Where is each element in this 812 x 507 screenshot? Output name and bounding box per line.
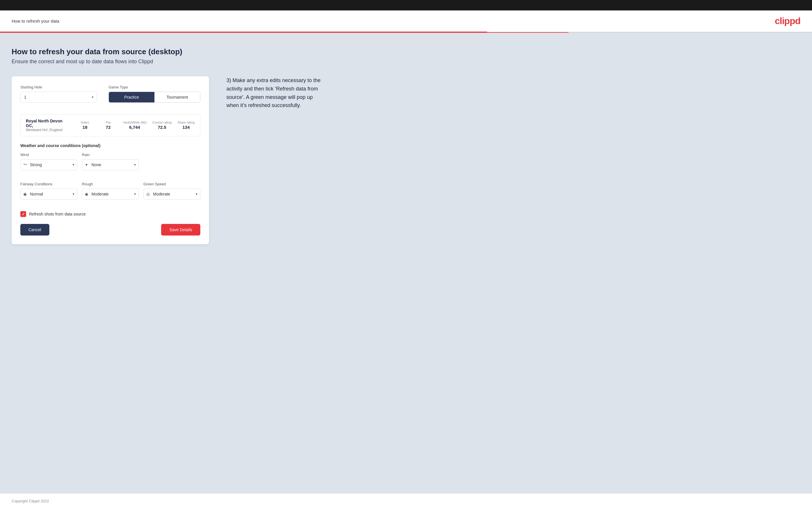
- stat-slope-rating: Slope rating 134: [177, 121, 195, 130]
- starting-hole-wrapper: 1 ▾: [20, 92, 97, 103]
- wind-label: Wind: [20, 153, 77, 157]
- slope-rating-value: 134: [182, 125, 190, 130]
- course-name-section: Royal North Devon GC, Westward Ho!, Engl…: [26, 119, 70, 132]
- rain-label: Rain: [82, 153, 139, 157]
- top-bar: [0, 0, 812, 10]
- game-type-label: Game Type: [109, 85, 200, 89]
- course-name: Royal North Devon GC,: [26, 119, 70, 128]
- rough-group: Rough ◉ Moderate ▾: [82, 182, 139, 200]
- rain-group: Rain ✦ None ▾: [82, 153, 139, 170]
- rain-select-wrapper: ✦ None ▾: [82, 159, 139, 170]
- refresh-checkbox[interactable]: ✓: [20, 211, 26, 217]
- green-speed-group: Green Speed ◎ Moderate ▾: [143, 182, 200, 200]
- stat-course-rating: Course rating 72.5: [152, 121, 171, 130]
- green-speed-select-wrapper: ◎ Moderate ▾: [143, 188, 200, 200]
- fairway-select-wrapper: ◉ Normal ▾: [20, 188, 77, 200]
- wind-select[interactable]: Strong: [20, 159, 77, 170]
- course-location: Westward Ho!, England: [26, 128, 70, 132]
- starting-hole-select[interactable]: 1: [20, 92, 97, 103]
- main-content: How to refresh your data from source (de…: [0, 33, 812, 493]
- fairway-label: Fairway Conditions: [20, 182, 77, 186]
- conditions-heading: Weather and course conditions (optional): [20, 143, 200, 148]
- course-info-box: Royal North Devon GC, Westward Ho!, Engl…: [20, 114, 200, 136]
- slope-rating-label: Slope rating: [177, 121, 195, 124]
- fairway-rough-green-row: Fairway Conditions ◉ Normal ▾ Rough ◉: [20, 182, 200, 205]
- footer: Copyright Clippd 2022: [0, 493, 812, 507]
- green-speed-select[interactable]: Moderate: [143, 188, 200, 200]
- form-card: Starting Hole 1 ▾ Game Type Practice Tou…: [12, 76, 209, 244]
- game-type-toggle: Practice Tournament: [109, 92, 200, 103]
- tournament-button[interactable]: Tournament: [154, 92, 200, 102]
- cancel-button[interactable]: Cancel: [20, 224, 49, 235]
- rough-label: Rough: [82, 182, 139, 186]
- starting-hole-label: Starting Hole: [20, 85, 97, 89]
- instruction-text: 3) Make any extra edits necessary to the…: [226, 76, 325, 110]
- wind-rain-row: Wind 〜 Strong ▾ Rain ✦ None: [20, 153, 200, 176]
- instruction-panel: 3) Make any extra edits necessary to the…: [226, 76, 325, 110]
- button-row: Cancel Save Details: [20, 224, 200, 235]
- logo: clippd: [775, 16, 800, 26]
- yards-value: 6,744: [129, 125, 140, 130]
- holes-label: Holes: [77, 121, 94, 124]
- stat-par: Par 72: [100, 121, 117, 130]
- rough-select[interactable]: Moderate: [82, 188, 139, 200]
- yards-label: Yards/White (M)): [123, 121, 147, 124]
- green-speed-label: Green Speed: [143, 182, 200, 186]
- fairway-group: Fairway Conditions ◉ Normal ▾: [20, 182, 77, 200]
- header-title: How to refresh your data: [12, 18, 59, 23]
- fairway-select[interactable]: Normal: [20, 188, 77, 200]
- content-row: Starting Hole 1 ▾ Game Type Practice Tou…: [12, 76, 800, 244]
- practice-button[interactable]: Practice: [109, 92, 154, 102]
- holes-value: 18: [83, 125, 87, 130]
- course-rating-label: Course rating: [152, 121, 171, 124]
- rough-select-wrapper: ◉ Moderate ▾: [82, 188, 139, 200]
- page-subheading: Ensure the correct and most up to date d…: [12, 59, 800, 65]
- par-value: 72: [106, 125, 111, 130]
- stat-holes: Holes 18: [77, 121, 94, 130]
- top-form-row: Starting Hole 1 ▾ Game Type Practice Tou…: [20, 85, 200, 109]
- rain-select[interactable]: None: [82, 159, 139, 170]
- page-heading: How to refresh your data from source (de…: [12, 47, 800, 56]
- starting-hole-group: Starting Hole 1 ▾: [20, 85, 97, 103]
- header: How to refresh your data clippd: [0, 10, 812, 32]
- checkmark-icon: ✓: [22, 212, 25, 216]
- footer-copyright: Copyright Clippd 2022: [12, 499, 49, 503]
- game-type-group: Game Type Practice Tournament: [109, 85, 200, 103]
- par-label: Par: [100, 121, 117, 124]
- spacer: [143, 153, 200, 176]
- stat-yards: Yards/White (M)) 6,744: [123, 121, 147, 130]
- wind-select-wrapper: 〜 Strong ▾: [20, 159, 77, 170]
- save-button[interactable]: Save Details: [161, 224, 200, 235]
- wind-group: Wind 〜 Strong ▾: [20, 153, 77, 170]
- refresh-label: Refresh shots from data source: [29, 212, 86, 216]
- refresh-checkbox-row: ✓ Refresh shots from data source: [20, 211, 200, 217]
- course-rating-value: 72.5: [158, 125, 166, 130]
